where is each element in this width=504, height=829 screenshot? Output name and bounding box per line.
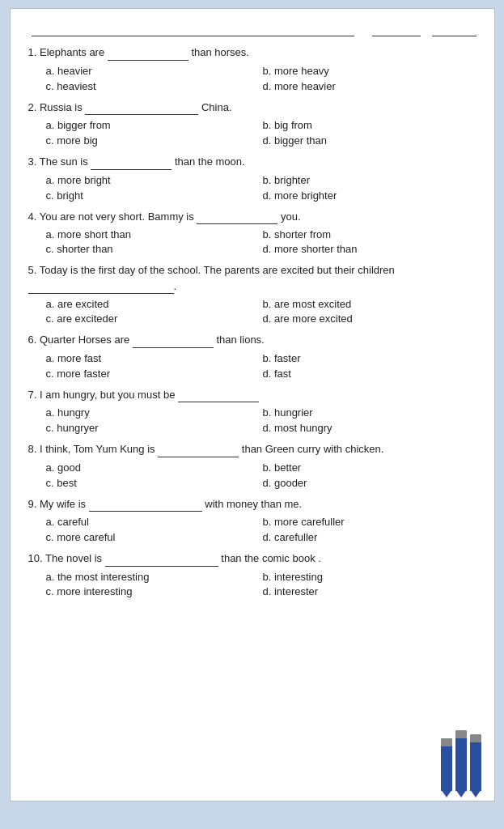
question-5: 5. Today is the first day of the school.… [28,262,476,325]
option-4-d[interactable]: d. more shorter than [260,242,476,256]
question-2: 2. Russia is China.a. bigger fromb. big … [28,100,476,148]
option-2-d[interactable]: d. bigger than [260,134,476,147]
name-blank[interactable] [32,23,354,36]
question-9: 9. My wife is with money than me.a. care… [28,496,476,545]
q-number: 3. [28,155,37,168]
worksheet: 1. Elephants are than horses.a. heavierb… [10,8,495,801]
option-9-a[interactable]: a. careful [43,515,260,529]
question-7: 7. I am hungry, but you must be a. hungr… [28,387,476,436]
option-9-c[interactable]: c. more careful [43,530,260,544]
option-8-a[interactable]: a. good [43,461,260,474]
q-number: 7. [28,389,37,401]
options-grid-4: a. more short thanb. shorter fromc. shor… [43,227,476,256]
q-blank-7[interactable] [178,391,259,402]
option-6-b[interactable]: b. faster [260,351,476,365]
q-number: 8. [28,443,37,455]
option-9-d[interactable]: d. carefuller [260,530,476,544]
question-3: 3. The sun is than the moon.a. more brig… [28,154,476,202]
question-8: 8. I think, Tom Yum Kung is than Green c… [28,441,476,490]
class-blank[interactable] [372,23,421,36]
options-grid-5: a. are excitedb. are most excitedc. are … [43,297,476,325]
question-text-1: 1. Elephants are than horses. [28,45,476,61]
pencil-1 [441,738,452,791]
option-5-d[interactable]: d. are more excited [260,312,476,325]
options-row-2: a. bigger fromb. big fromc. more bigd. b… [43,118,476,147]
option-1-b[interactable]: b. more heavy [260,64,476,78]
question-text-10: 10. The novel is than the comic book . [28,551,476,567]
q-blank-3[interactable] [91,159,172,170]
option-8-b[interactable]: b. better [260,461,476,474]
q-blank-5[interactable] [28,283,174,294]
option-10-b[interactable]: b. interesting [260,570,476,584]
option-5-a[interactable]: a. are excited [43,297,260,311]
question-text-3: 3. The sun is than the moon. [28,154,476,170]
question-1: 1. Elephants are than horses.a. heavierb… [28,45,476,93]
pencil-2 [455,730,467,791]
option-3-a[interactable]: a. more bright [43,173,260,187]
options-grid-10: a. the most interestingb. interestingc. … [43,570,476,598]
option-10-c[interactable]: c. more interesting [43,585,260,598]
question-4: 4. You are not very short. Bammy is you.… [28,209,476,257]
option-8-d[interactable]: d. gooder [260,476,476,490]
option-7-d[interactable]: d. most hungry [260,421,476,435]
question-text-6: 6. Quarter Horses are than lions. [28,332,476,348]
question-text-8: 8. I think, Tom Yum Kung is than Green c… [28,441,476,457]
option-6-a[interactable]: a. more fast [43,351,260,365]
q-blank-10[interactable] [105,555,218,567]
option-7-b[interactable]: b. hungrier [260,406,476,419]
q-blank-2[interactable] [85,104,198,115]
options-row-9: a. carefulb. more carefullerc. more care… [43,515,476,544]
options-row-3: a. more brightb. brighterc. brightd. mor… [43,173,476,202]
questions-container: 1. Elephants are than horses.a. heavierb… [28,45,476,598]
question-text-9: 9. My wife is with money than me. [28,496,476,512]
no-blank[interactable] [432,23,476,36]
q-number: 6. [28,334,37,346]
question-text-7: 7. I am hungry, but you must be [28,387,476,403]
option-4-c[interactable]: c. shorter than [43,242,260,256]
q-blank-8[interactable] [158,446,239,457]
q-number: 4. [28,210,37,223]
q-number: 9. [28,498,37,510]
option-4-b[interactable]: b. shorter from [260,227,476,241]
option-3-b[interactable]: b. brighter [260,173,476,187]
pencil-3 [470,734,481,791]
options-row-6: a. more fastb. fasterc. more fasterd. fa… [43,351,476,380]
q-blank-6[interactable] [133,337,214,348]
option-7-a[interactable]: a. hungry [43,406,260,419]
option-1-a[interactable]: a. heavier [43,64,260,78]
option-3-d[interactable]: d. more brighter [260,189,476,202]
option-6-d[interactable]: d. fast [260,367,476,380]
option-2-a[interactable]: a. bigger from [43,118,260,132]
option-4-a[interactable]: a. more short than [43,227,260,241]
q-number: 10. [28,552,43,564]
option-10-d[interactable]: d. interester [260,585,476,598]
option-1-d[interactable]: d. more heavier [260,79,476,93]
question-text-4: 4. You are not very short. Bammy is you. [28,209,476,225]
option-5-c[interactable]: c. are exciteder [43,312,260,325]
option-10-a[interactable]: a. the most interesting [43,570,260,584]
options-row-8: a. goodb. betterc. bestd. gooder [43,461,476,490]
question-text-2: 2. Russia is China. [28,100,476,116]
q-number: 2. [28,101,37,113]
option-8-c[interactable]: c. best [43,476,260,490]
question-text-5: 5. Today is the first day of the school.… [28,262,476,294]
question-6: 6. Quarter Horses are than lions.a. more… [28,332,476,380]
option-2-b[interactable]: b. big from [260,118,476,132]
q-blank-1[interactable] [108,49,188,61]
pencil-decoration [441,730,481,791]
question-10: 10. The novel is than the comic book .a.… [28,551,476,598]
q-blank-9[interactable] [89,500,202,512]
q-blank-4[interactable] [197,213,277,224]
option-9-b[interactable]: b. more carefuller [260,515,476,529]
option-5-b[interactable]: b. are most excited [260,297,476,311]
option-1-c[interactable]: c. heaviest [43,79,260,93]
header-row [28,23,476,36]
option-7-c[interactable]: c. hungryer [43,421,260,435]
options-row-7: a. hungryb. hungrierc. hungryerd. most h… [43,406,476,435]
q-number: 1. [28,46,37,58]
option-3-c[interactable]: c. bright [43,189,260,202]
q-number: 5. [28,264,37,276]
option-2-c[interactable]: c. more big [43,134,260,147]
option-6-c[interactable]: c. more faster [43,367,260,380]
options-row-1: a. heavierb. more heavyc. heaviestd. mor… [43,64,476,93]
